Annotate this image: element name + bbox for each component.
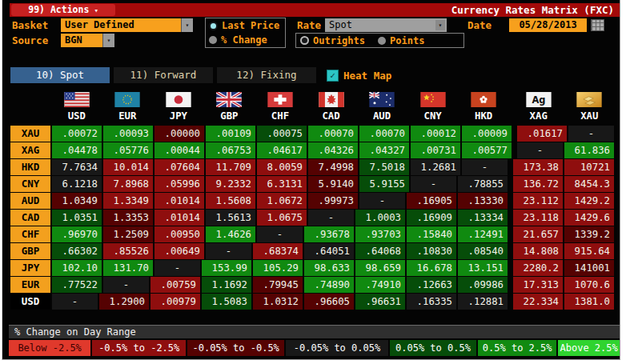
source-caret-icon[interactable]: ▾ — [102, 34, 114, 47]
cell-cad-usd[interactable]: 1.0351 — [52, 210, 102, 226]
cell-eur-jpy[interactable]: .00759 — [150, 277, 200, 293]
cell-usd-xau[interactable]: 1381.0 — [564, 294, 614, 310]
cell-usd-usd[interactable]: - — [52, 294, 98, 310]
cell-xau-usd[interactable]: .00072 — [52, 126, 102, 142]
cell-cad-aud[interactable]: 1.0003 — [355, 210, 405, 226]
cell-cad-cny[interactable]: .16909 — [407, 210, 456, 226]
cell-gbp-chf[interactable]: .68374 — [253, 243, 303, 259]
column-header-eur[interactable]: EUR — [103, 110, 153, 123]
cell-hkd-xau[interactable]: 10721 — [564, 159, 614, 175]
cell-usd-cny[interactable]: .16335 — [407, 294, 456, 310]
cell-xau-jpy[interactable]: .00000 — [154, 126, 204, 142]
cell-eur-cny[interactable]: .12663 — [407, 277, 456, 293]
row-header-cad[interactable]: CAD — [10, 210, 50, 226]
cell-usd-cad[interactable]: .96605 — [304, 294, 354, 310]
cell-chf-gbp[interactable]: 1.4626 — [206, 226, 255, 242]
cell-gbp-eur[interactable]: .85526 — [103, 243, 153, 259]
cell-xag-usd[interactable]: .04478 — [52, 142, 102, 158]
cell-cad-jpy[interactable]: .01014 — [154, 210, 204, 226]
cell-cny-usd[interactable]: 6.1218 — [52, 176, 102, 192]
cell-xau-aud[interactable]: .00070 — [359, 126, 409, 142]
cell-aud-cad[interactable]: .99973 — [308, 193, 358, 209]
cell-aud-xau[interactable]: 1429.2 — [564, 193, 614, 209]
cell-gbp-xag[interactable]: 14.808 — [513, 243, 563, 259]
cell-xau-cad[interactable]: .00070 — [308, 126, 358, 142]
cell-eur-eur[interactable]: - — [103, 277, 149, 293]
cell-cny-xau[interactable]: 8454.3 — [564, 176, 614, 192]
cell-eur-cad[interactable]: .74890 — [304, 277, 354, 293]
cell-xag-aud[interactable]: .04327 — [359, 142, 409, 158]
column-header-cad[interactable]: CAD — [307, 110, 356, 123]
cell-usd-hkd[interactable]: .12881 — [458, 294, 508, 310]
radio-points[interactable]: Points — [378, 34, 424, 46]
cell-gbp-jpy[interactable]: .00649 — [154, 243, 204, 259]
cell-xag-cad[interactable]: .04326 — [308, 142, 358, 158]
column-header-xag[interactable]: XAG — [514, 110, 564, 123]
cell-chf-hkd[interactable]: .12491 — [458, 226, 508, 242]
cell-xag-eur[interactable]: .05776 — [103, 142, 153, 158]
cell-chf-aud[interactable]: .93703 — [355, 226, 405, 242]
cell-cad-xag[interactable]: 23.118 — [513, 210, 563, 226]
cell-chf-xau[interactable]: 1339.2 — [564, 226, 614, 242]
rate-caret-icon[interactable]: ▾ — [435, 20, 445, 30]
cell-aud-chf[interactable]: 1.0672 — [257, 193, 307, 209]
cell-gbp-hkd[interactable]: .08540 — [458, 243, 508, 259]
source-select[interactable]: BGN — [61, 34, 102, 47]
row-header-hkd[interactable]: HKD — [10, 159, 50, 175]
cell-jpy-cad[interactable]: 98.633 — [304, 260, 354, 276]
cell-cny-gbp[interactable]: 9.2332 — [206, 176, 255, 192]
cell-eur-xag[interactable]: 17.313 — [513, 277, 563, 293]
radio-outrights[interactable]: Outrights — [300, 34, 365, 46]
cell-jpy-usd[interactable]: 102.10 — [52, 260, 102, 276]
cell-xag-jpy[interactable]: .00044 — [154, 142, 204, 158]
row-header-usd[interactable]: USD — [10, 294, 50, 310]
cell-eur-hkd[interactable]: .09986 — [458, 277, 508, 293]
cell-cny-xag[interactable]: 136.72 — [513, 176, 563, 192]
column-header-chf[interactable]: CHF — [255, 110, 305, 123]
cell-xag-chf[interactable]: .04617 — [257, 142, 307, 158]
row-header-xau[interactable]: XAU — [10, 126, 50, 142]
calendar-icon[interactable] — [591, 19, 604, 31]
cell-chf-eur[interactable]: 1.2509 — [103, 226, 153, 242]
cell-hkd-gbp[interactable]: 11.709 — [206, 159, 255, 175]
actions-menu-button[interactable]: 99) Actions▾ — [11, 4, 115, 16]
cell-xau-eur[interactable]: .00093 — [103, 126, 153, 142]
cell-aud-eur[interactable]: 1.3349 — [103, 193, 153, 209]
cell-cny-eur[interactable]: 7.8968 — [103, 176, 153, 192]
cell-jpy-cny[interactable]: 16.678 — [407, 260, 456, 276]
cell-eur-aud[interactable]: .74910 — [355, 277, 405, 293]
cell-usd-gbp[interactable]: 1.5083 — [202, 294, 251, 310]
cell-cad-gbp[interactable]: 1.5613 — [206, 210, 255, 226]
cell-aud-cny[interactable]: .16905 — [407, 193, 456, 209]
cell-chf-usd[interactable]: .96970 — [52, 226, 102, 242]
cell-jpy-chf[interactable]: 105.29 — [253, 260, 303, 276]
cell-chf-chf[interactable]: - — [257, 226, 303, 242]
cell-cny-jpy[interactable]: .05996 — [154, 176, 204, 192]
cell-xag-hkd[interactable]: .00577 — [462, 142, 512, 158]
tab-spot[interactable]: 10) Spot — [10, 67, 110, 83]
row-header-chf[interactable]: CHF — [10, 226, 50, 242]
cell-aud-jpy[interactable]: .01014 — [154, 193, 204, 209]
cell-xau-gbp[interactable]: .00109 — [206, 126, 255, 142]
cell-eur-usd[interactable]: .77522 — [52, 277, 102, 293]
cell-xag-gbp[interactable]: .06753 — [206, 142, 255, 158]
column-header-cny[interactable]: CNY — [408, 110, 458, 123]
column-header-hkd[interactable]: HKD — [459, 110, 508, 123]
tab-forward[interactable]: 11) Forward — [114, 67, 213, 83]
cell-cny-chf[interactable]: 6.3131 — [257, 176, 307, 192]
rate-select[interactable]: Spot ▾ — [325, 18, 447, 32]
cell-eur-chf[interactable]: .79945 — [253, 277, 303, 293]
row-header-jpy[interactable]: JPY — [10, 260, 50, 276]
cell-cny-hkd[interactable]: .78855 — [458, 176, 508, 192]
tab-fixing[interactable]: 12) Fixing — [217, 67, 316, 83]
row-header-gbp[interactable]: GBP — [10, 243, 50, 259]
cell-usd-chf[interactable]: 1.0312 — [253, 294, 303, 310]
cell-cad-chf[interactable]: 1.0675 — [257, 210, 307, 226]
cell-hkd-xag[interactable]: 173.38 — [513, 159, 563, 175]
cell-usd-xag[interactable]: 22.334 — [513, 294, 563, 310]
heat-map-checkbox[interactable]: ✓ — [327, 70, 339, 82]
cell-cny-aud[interactable]: 5.9155 — [359, 176, 409, 192]
basket-select[interactable]: User Defined — [61, 18, 181, 32]
cell-xau-cny[interactable]: .00012 — [411, 126, 460, 142]
cell-aud-aud[interactable]: - — [359, 193, 405, 209]
